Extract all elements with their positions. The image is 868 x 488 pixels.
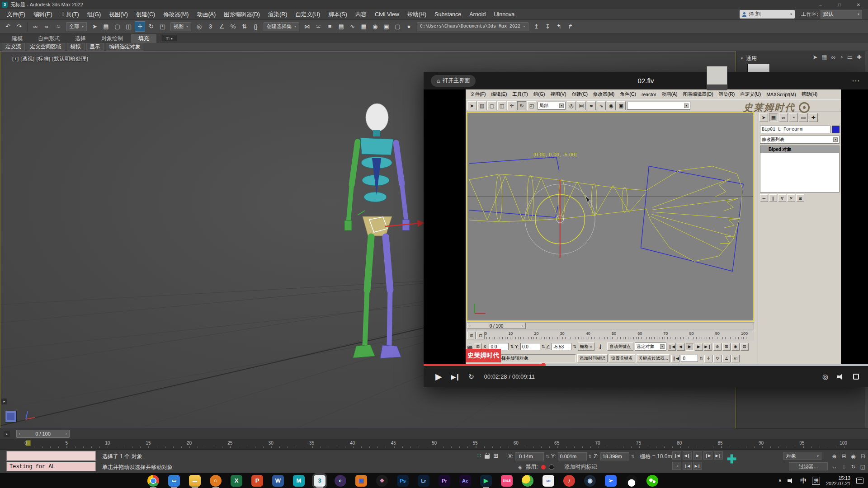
ime-language-indicator[interactable]: 中 xyxy=(800,477,806,485)
menu-item[interactable]: 渲染(R) xyxy=(264,9,291,20)
taskbar-netease-music-icon[interactable]: ♪ xyxy=(563,475,575,487)
teal-plus-icon[interactable]: ✚ xyxy=(727,452,737,466)
curve-editor-icon[interactable]: ∿ xyxy=(347,21,358,32)
selection-filter-object-dropdown[interactable]: 对象▾ xyxy=(783,452,821,460)
viewport-label[interactable]: [+] [透视] [标准] [默认明暗处理] xyxy=(12,56,88,62)
orbit-icon[interactable]: ↻ xyxy=(849,462,858,471)
render-icon[interactable]: ● xyxy=(404,21,414,32)
fullscreen-icon[interactable] xyxy=(853,374,859,380)
go-to-end-icon[interactable]: ▶❙ xyxy=(714,451,723,460)
named-selection-sets-dropdown[interactable]: 创建选择集▾ xyxy=(264,22,299,31)
menu-item[interactable]: Uinnova xyxy=(490,9,519,20)
menu-item[interactable]: 脚本(S) xyxy=(324,9,351,20)
undo-icon[interactable]: ↶ xyxy=(3,21,13,32)
spinner-icon[interactable]: ⇅ xyxy=(631,454,635,459)
modify-tab-icon[interactable]: ▦ xyxy=(821,54,827,61)
notification-center-icon[interactable] xyxy=(856,478,863,484)
taskbar-search-app-icon[interactable]: ○ xyxy=(210,475,222,487)
menu-item[interactable]: 组(G) xyxy=(83,9,105,20)
taskbar-excel-icon[interactable]: X xyxy=(231,475,242,487)
play-animation-icon[interactable]: ▶ xyxy=(693,451,702,460)
project-shortcut-icon-1[interactable]: ↥ xyxy=(531,21,542,32)
minimize-button[interactable]: – xyxy=(811,0,830,9)
mini-track-toggle-icon[interactable]: ▸ xyxy=(4,431,10,437)
ribbon-subtab[interactable]: 显示 xyxy=(86,43,104,51)
ribbon-tab[interactable]: 选择 xyxy=(68,34,93,43)
selection-lock-icon[interactable] xyxy=(485,455,490,459)
spinner-snap-icon[interactable]: ⇅ xyxy=(239,21,250,32)
ime-icon[interactable]: 拼 xyxy=(812,477,820,485)
key-mode-toggle-icon[interactable]: ⊸ xyxy=(672,462,681,470)
menu-item[interactable]: 自定义(U) xyxy=(291,9,324,20)
taskbar-aftereffects-icon[interactable]: Ae xyxy=(459,475,471,487)
volume-tray-icon[interactable] xyxy=(788,478,794,483)
taskbar-3dsmax-icon[interactable]: 3 xyxy=(314,475,326,487)
taskbar-chrome-icon[interactable] xyxy=(147,475,159,487)
menu-item[interactable]: 帮助(H) xyxy=(403,9,430,20)
filters-button[interactable]: 过滤器... xyxy=(789,462,828,470)
utilities-tab-icon[interactable]: ✚ xyxy=(857,54,862,61)
zoom-region-icon[interactable]: ⊡ xyxy=(859,451,867,461)
taskbar-maya-icon[interactable]: M xyxy=(293,475,305,487)
zoom-all-icon[interactable]: ⊞ xyxy=(840,451,848,461)
next-key-icon[interactable]: ▶❙ xyxy=(693,462,702,470)
percent-snap-icon[interactable]: % xyxy=(228,21,238,32)
volume-icon[interactable] xyxy=(837,374,844,380)
project-shortcut-icon-4[interactable]: ↱ xyxy=(565,21,576,32)
menu-item[interactable]: 编辑(E) xyxy=(29,9,57,20)
menu-item[interactable]: 动画(A) xyxy=(193,9,220,20)
taskbar-qq-icon[interactable] xyxy=(626,475,637,487)
menu-item[interactable]: 工具(T) xyxy=(57,9,83,20)
tray-expand-icon[interactable]: ∧ xyxy=(778,478,782,483)
mirror-icon[interactable]: ⋈ xyxy=(302,21,312,32)
motion-tab-icon[interactable]: ◔ xyxy=(840,54,843,61)
prev-frame-arrow[interactable]: ‹ xyxy=(19,432,20,436)
rollout-header[interactable]: ▼ 通用 xyxy=(740,55,757,62)
ribbon-subtab[interactable]: 模拟 xyxy=(67,43,85,51)
redo-icon[interactable]: ↷ xyxy=(14,21,24,32)
next-video-button[interactable]: ▶❙ xyxy=(451,373,460,380)
taskbar-lightroom-icon[interactable]: Lr xyxy=(418,475,429,487)
layer-explorer-icon[interactable]: ≡ xyxy=(325,21,335,32)
pane-expand-icon[interactable]: ▸ xyxy=(1,399,7,404)
track-bar[interactable]: 0510152025303540455055606570758085909510… xyxy=(0,439,868,450)
select-and-move-icon[interactable]: ✛ xyxy=(135,21,145,32)
zoom-extents-icon[interactable]: ◉ xyxy=(849,451,858,461)
taskbar-sports-app-icon[interactable] xyxy=(522,475,533,487)
isolate-selection-icon[interactable]: ∷ xyxy=(477,452,481,459)
menu-item[interactable]: 图形编辑器(D) xyxy=(220,9,264,20)
walk-through-icon[interactable]: ↕ xyxy=(840,462,848,471)
reference-coordsys-dropdown[interactable]: 视图▾ xyxy=(170,22,191,31)
ribbon-subtab[interactable]: 定义流 xyxy=(2,43,25,51)
menu-item[interactable]: Arnold xyxy=(465,9,490,20)
material-editor-icon[interactable]: ◉ xyxy=(370,21,380,32)
schematic-view-icon[interactable]: ▦ xyxy=(359,21,369,32)
select-and-link-icon[interactable]: ∞ xyxy=(30,21,41,32)
taskbar-eclipse-icon[interactable]: ◐ xyxy=(335,475,346,487)
menu-item[interactable]: 视图(V) xyxy=(105,9,132,20)
selection-filter-dropdown[interactable]: 全部▾ xyxy=(66,22,87,31)
maximize-button[interactable]: □ xyxy=(830,0,849,9)
project-shortcut-icon-2[interactable]: ↧ xyxy=(542,21,553,32)
absolute-mode-icon[interactable]: ⊞ xyxy=(493,452,498,459)
time-slider[interactable]: ▸ ‹ 0 / 100 › xyxy=(0,428,868,439)
menu-item[interactable]: Substance xyxy=(430,9,465,20)
ribbon-tab[interactable]: 对象绘制 xyxy=(94,34,130,43)
workspace-dropdown[interactable]: 默认▾ xyxy=(821,10,862,19)
ribbon-tab[interactable]: 建模 xyxy=(5,34,30,43)
menu-item[interactable]: Civil View xyxy=(371,9,403,20)
ribbon-toggle-icon[interactable]: ▤ xyxy=(336,21,346,32)
snap-toggle-3d-icon[interactable]: 3 xyxy=(205,21,216,32)
play-button[interactable]: ▶ xyxy=(435,371,442,382)
spinner-icon[interactable]: ⇅ xyxy=(589,454,592,459)
next-frame-icon[interactable]: ❙▶ xyxy=(703,451,712,460)
maxscript-listener-line[interactable]: Testing for AL xyxy=(6,462,96,471)
previous-frame-icon[interactable]: ◀❙ xyxy=(683,451,692,460)
add-time-tag-button[interactable]: 添加时间标记 xyxy=(565,463,597,471)
taskbar-steam-icon[interactable]: ◉ xyxy=(584,475,596,487)
viewport-corner-widget[interactable] xyxy=(5,411,17,422)
ribbon-tab[interactable]: 填充 xyxy=(131,34,156,43)
taskbar-orange-app-icon[interactable]: ▣ xyxy=(355,475,367,487)
pan-icon[interactable]: ↔ xyxy=(830,462,839,471)
menu-item[interactable]: 文件(F) xyxy=(3,9,29,20)
